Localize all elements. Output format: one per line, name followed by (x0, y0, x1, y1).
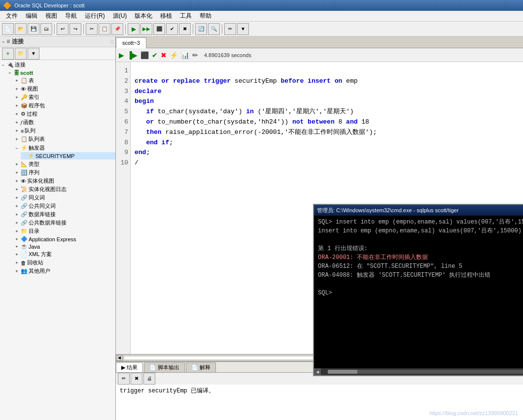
tab-label: scott~3 (122, 40, 140, 46)
explain-btn[interactable]: ⚡ (169, 51, 179, 60)
tree-row-connections[interactable]: − 🔌 连接 (0, 61, 115, 69)
tree-row-函数[interactable]: + 𝑓 函数 (14, 118, 115, 127)
rollback-btn[interactable]: ✖ (179, 23, 191, 35)
securityemp-label: SECURITYEMP (35, 153, 74, 159)
connection-label: ≡ 连接 (6, 37, 23, 46)
open-btn[interactable]: 📂 (15, 23, 27, 35)
tree-row-程序包[interactable]: + 📦 程序包 (14, 101, 115, 110)
editor-tab[interactable]: scott~3 (116, 37, 146, 48)
cmd-bottom-scroll[interactable]: ◀ ▶ (314, 368, 523, 375)
menu-item-视图[interactable]: 视图 (41, 11, 61, 21)
menu-item-帮助[interactable]: 帮助 (196, 11, 215, 21)
title-text: Oracle SQL Developer : scott (14, 2, 85, 8)
tree-row-同义词[interactable]: + 🔗 同义词 (14, 194, 115, 202)
save-all-btn[interactable]: 🗂 (40, 23, 52, 35)
tree-row-数据库链接[interactable]: + 🔗 数据库链接 (14, 210, 115, 219)
cmd-line-4: 第 1 行出现错误: (318, 244, 523, 253)
bottom-save-btn[interactable]: ✏ (118, 373, 130, 385)
bottom-clear-btn[interactable]: ✖ (131, 373, 142, 385)
menu-item-源(U)[interactable]: 源(U) (109, 11, 131, 21)
maximize-icon[interactable]: □ (111, 39, 113, 44)
run-script-btn[interactable]: ▶ (118, 51, 125, 60)
autotrace-btn[interactable]: 📊 (180, 51, 190, 60)
copy-btn[interactable]: 📋 (99, 23, 110, 35)
tree-row-表[interactable]: + 📋 表 (14, 76, 115, 85)
conn-folder-btn[interactable]: 📁 (15, 48, 27, 60)
tree-row-xml[interactable]: + 📄 XML 方案 (14, 250, 115, 258)
tree-row-触发器[interactable]: − ⚡ 触发器 (14, 144, 115, 152)
tree-row-视图[interactable]: + 👁 视图 (14, 85, 115, 93)
cmd-line-3 (318, 235, 523, 244)
stop-btn[interactable]: ⬛ (139, 51, 150, 60)
tree-row-队列表[interactable]: + 📋 队列表 (14, 135, 115, 143)
tree-row-实体化视图日志[interactable]: + 📜 实体化视图日志 (14, 185, 115, 194)
tree-row-过程[interactable]: + ⚙ 过程 (14, 110, 115, 118)
filter-btn[interactable]: 🔍 (208, 23, 220, 35)
cmd-scroll-thumb[interactable] (328, 370, 357, 374)
tree-row-公共同义词[interactable]: + 🔗 公共同义词 (14, 202, 115, 210)
tree-row-实体化视图[interactable]: + 👁 实体化视图 (14, 177, 115, 185)
run-line-btn[interactable]: ▐▶ (126, 51, 139, 60)
tree-row-scott[interactable]: − 🗄 scott (7, 69, 115, 76)
tree-row-序列[interactable]: + 🔢 序列 (14, 168, 115, 177)
undo-btn[interactable]: ↩ (57, 23, 69, 35)
conn-filter-btn[interactable]: ▼ (28, 48, 39, 60)
results-label: 结果 (127, 364, 138, 371)
conn-toolbar: + 📁 ▼ (0, 47, 115, 60)
refresh-btn[interactable]: 🔄 (195, 23, 207, 35)
debug-btn[interactable]: ▶▶ (140, 23, 152, 35)
cmd-body: SQL> insert into emp (empno,ename,sal) v… (314, 216, 523, 375)
pencil2-btn[interactable]: ✏ (191, 51, 199, 60)
explain-icon: 📄 (191, 364, 198, 371)
commit-btn[interactable]: ✔ (166, 23, 178, 35)
menu-item-移植[interactable]: 移植 (156, 11, 176, 21)
menu-item-运行(R)[interactable]: 运行(R) (81, 11, 109, 21)
sep5 (222, 24, 222, 34)
cmd-scroll-left[interactable]: ◀ (314, 368, 321, 375)
tree-row-SECURITYEMP[interactable]: ⚡ SECURITYEMP (21, 152, 115, 160)
rollback-editor-btn[interactable]: ✖ (160, 51, 168, 60)
cut-btn[interactable]: ✂ (86, 23, 98, 35)
scroll-left-btn[interactable]: ◀ (116, 355, 123, 361)
run-btn[interactable]: ▶ (128, 23, 139, 35)
explain-tab[interactable]: 📄 解释 (186, 362, 216, 372)
tree-row-队列[interactable]: + ≡ 队列 (14, 127, 115, 135)
paste-btn[interactable]: 📌 (111, 23, 123, 35)
menu-item-版本化[interactable]: 版本化 (131, 11, 156, 21)
tree-node-connections: − 🔌 连接 − 🗄 scott + (0, 60, 115, 276)
tree-row-回收站[interactable]: + 🗑 回收站 (14, 258, 115, 267)
tree-node-触发器: − ⚡ 触发器 ⚡ SECURITYEMP (14, 143, 115, 160)
tree-row-java[interactable]: + ☕ Java (14, 243, 115, 250)
menu-item-编辑[interactable]: 编辑 (22, 11, 41, 21)
tree-row-索引[interactable]: + 🔑 索引 (14, 93, 115, 101)
save-btn[interactable]: 💾 (28, 23, 39, 35)
tree-row-application-express[interactable]: + 🔷 Application Express (14, 235, 115, 243)
menu-item-文件[interactable]: 文件 (2, 11, 22, 21)
tree-row-类型[interactable]: + 📐 类型 (14, 160, 115, 168)
cmd-line-9: SQL> (318, 289, 523, 297)
tree-row-其他用户[interactable]: + 👥 其他用户 (14, 267, 115, 275)
main-layout: − ≡ 连接 □ + 📁 ▼ − 🔌 连接 (0, 36, 523, 420)
tree-row-目录[interactable]: + 📁 目录 (14, 227, 115, 235)
editor-toolbar: ▶ ▐▶ ⬛ ✔ ✖ ⚡ 📊 ✏ 4.8901639 seconds (116, 48, 523, 62)
cmd-scroll-track[interactable] (328, 370, 523, 374)
sep4 (193, 24, 193, 34)
pencil-btn[interactable]: ✏ (224, 23, 236, 35)
tree-row-公共数据库链接[interactable]: + 🔗 公共数据库链接 (14, 219, 115, 227)
redo-btn[interactable]: ↪ (70, 23, 81, 35)
stop-btn[interactable]: ⬛ (153, 23, 165, 35)
results-tab[interactable]: ▶ 结果 (116, 362, 143, 372)
script-output-tab[interactable]: 📄 脚本输出 (144, 362, 185, 372)
menu-item-导航[interactable]: 导航 (61, 11, 81, 21)
collapse-icon[interactable]: − (2, 39, 4, 44)
menu-item-工具[interactable]: 工具 (176, 11, 196, 21)
script-label: 脚本输出 (158, 364, 179, 371)
left-panel: − ≡ 连接 □ + 📁 ▼ − 🔌 连接 (0, 36, 116, 420)
commit-editor-btn[interactable]: ✔ (151, 51, 159, 60)
cmd-line-6: ORA-06512: 在 "SCOTT.SECURITYEMP", line 5 (318, 262, 523, 271)
menu-btn[interactable]: ▼ (237, 23, 249, 35)
add-conn-btn[interactable]: + (2, 48, 14, 60)
cmd-line-1: SQL> insert into emp (empno,ename,sal) v… (318, 218, 523, 226)
bottom-print-btn[interactable]: 🖨 (143, 373, 155, 385)
new-btn[interactable]: 📄 (2, 23, 14, 35)
